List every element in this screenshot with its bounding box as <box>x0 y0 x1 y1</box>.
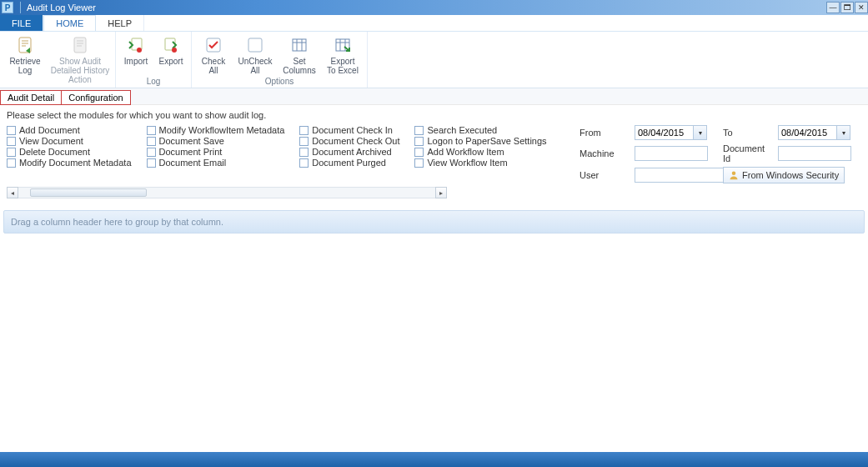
check-all-button[interactable]: Check All <box>197 33 230 76</box>
hscroll-right-button[interactable]: ▸ <box>435 187 447 198</box>
module-checkbox-label: Delete Document <box>19 147 90 157</box>
from-date-dropdown-icon[interactable]: ▾ <box>693 125 707 140</box>
grid-group-bar[interactable]: Drag a column header here to group by th… <box>3 210 865 234</box>
checkbox-box-icon[interactable] <box>7 148 16 157</box>
uncheck-all-label2: All <box>250 66 259 75</box>
maximize-button[interactable]: 🗖 <box>840 2 854 13</box>
hscroll-thumb[interactable] <box>30 188 147 197</box>
module-hscrollbar[interactable]: ◂ ▸ <box>7 187 447 198</box>
module-checkbox[interactable]: View Document <box>7 136 132 146</box>
module-checkbox[interactable]: View Workflow Item <box>414 158 546 168</box>
module-checkbox-label: Document Purged <box>312 158 386 168</box>
checkbox-box-icon[interactable] <box>7 126 16 135</box>
export-button[interactable]: Export <box>156 33 186 76</box>
checkbox-box-icon[interactable] <box>147 148 156 157</box>
module-checkbox[interactable]: Modify Document Metadata <box>7 158 132 168</box>
module-checkbox[interactable]: Document Archived <box>299 147 399 157</box>
checkbox-box-icon[interactable] <box>7 137 16 146</box>
minimize-button[interactable]: — <box>826 2 840 13</box>
checkbox-box-icon[interactable] <box>147 126 156 135</box>
title-bar: P Audit Log Viewer — 🗖 ✕ <box>0 0 868 15</box>
retrieve-log-icon <box>15 35 35 55</box>
module-checkbox[interactable]: Document Check Out <box>299 136 399 146</box>
module-checkbox-label: Logon to PaperSave Settings <box>427 136 546 146</box>
machine-input[interactable] <box>635 146 708 161</box>
module-checkbox[interactable]: Add Workflow Item <box>414 147 546 157</box>
module-checkbox[interactable]: Search Executed <box>414 125 546 135</box>
set-columns-button[interactable]: Set Columns <box>280 33 319 76</box>
ribbon-group-options: Check All UnCheck All Set Columns <box>192 32 368 88</box>
close-button[interactable]: ✕ <box>855 2 868 13</box>
checkbox-box-icon[interactable] <box>299 148 309 157</box>
to-label: To <box>723 128 773 138</box>
import-icon <box>126 35 146 55</box>
module-checkbox[interactable]: Add Document <box>7 125 132 135</box>
show-audit-label3: Action <box>68 75 92 84</box>
module-checkbox[interactable]: Document Save <box>147 136 285 146</box>
module-checkbox[interactable]: Modify WorkflowItem Metadata <box>147 125 285 135</box>
from-windows-security-label: From Windows Security <box>742 170 839 180</box>
module-checkbox-label: Add Document <box>19 125 80 135</box>
from-windows-security-button[interactable]: From Windows Security <box>723 167 845 183</box>
checkbox-box-icon[interactable] <box>414 126 424 135</box>
module-checkbox-label: Document Save <box>159 136 224 146</box>
retrieve-log-button[interactable]: Retrieve Log <box>5 33 45 85</box>
from-date-picker[interactable]: ▾ <box>635 125 718 140</box>
to-date-input[interactable] <box>778 125 836 140</box>
checkbox-box-icon[interactable] <box>147 137 156 146</box>
to-date-picker[interactable]: ▾ <box>778 125 861 140</box>
tab-audit-detail[interactable]: Audit Detail <box>0 90 62 105</box>
ribbon-group-actions-label <box>5 85 110 88</box>
uncheck-all-button[interactable]: UnCheck All <box>235 33 275 76</box>
ribbon-tab-file[interactable]: FILE <box>0 15 43 31</box>
import-label: Import <box>124 57 148 66</box>
window-title: Audit Log Viewer <box>27 3 96 13</box>
module-checkbox[interactable]: Document Email <box>147 158 285 168</box>
svg-point-3 <box>137 48 142 53</box>
filter-panel: Please select the modules for which you … <box>0 105 868 202</box>
export-label: Export <box>159 57 183 66</box>
module-checkbox[interactable]: Document Purged <box>299 158 399 168</box>
hscroll-left-button[interactable]: ◂ <box>7 187 18 198</box>
uncheck-all-icon <box>245 35 265 55</box>
module-checkbox-label: Search Executed <box>427 125 497 135</box>
subtabs: Audit Detail Configuration <box>0 88 868 105</box>
checkbox-box-icon[interactable] <box>299 126 309 135</box>
from-date-input[interactable] <box>635 125 693 140</box>
module-checkbox[interactable]: Document Print <box>147 147 285 157</box>
checkbox-box-icon[interactable] <box>147 158 156 168</box>
checkbox-box-icon[interactable] <box>7 158 16 168</box>
import-button[interactable]: Import <box>121 33 151 76</box>
ribbon-body: Retrieve Log Show Audit Detailed History… <box>0 32 868 88</box>
person-icon <box>729 170 739 180</box>
checkbox-box-icon[interactable] <box>299 137 309 146</box>
document-id-input[interactable] <box>778 146 851 161</box>
to-date-dropdown-icon[interactable]: ▾ <box>836 125 850 140</box>
grid-group-hint: Drag a column header here to group by th… <box>11 217 223 227</box>
module-checkbox[interactable]: Delete Document <box>7 147 132 157</box>
set-columns-icon <box>289 35 309 55</box>
qat-divider-icon <box>20 2 23 13</box>
set-columns-label1: Set <box>293 57 305 66</box>
user-label: User <box>580 170 630 180</box>
checkbox-box-icon[interactable] <box>299 158 309 168</box>
checkbox-box-icon[interactable] <box>414 137 424 146</box>
app-icon: P <box>2 2 13 13</box>
module-checkbox-label: Modify Document Metadata <box>19 158 132 168</box>
checkbox-box-icon[interactable] <box>414 148 424 157</box>
module-checkbox[interactable]: Document Check In <box>299 125 399 135</box>
show-audit-label2: Detailed History <box>51 66 110 75</box>
ribbon-tabs: FILE HOME HELP <box>0 15 868 32</box>
checkbox-box-icon[interactable] <box>414 158 424 168</box>
export-excel-button[interactable]: Export To Excel <box>324 33 362 76</box>
hscroll-track[interactable] <box>18 187 435 198</box>
ribbon-tab-home[interactable]: HOME <box>43 15 96 31</box>
tab-configuration[interactable]: Configuration <box>61 90 130 105</box>
show-audit-label1: Show Audit <box>59 57 101 66</box>
show-audit-icon <box>70 35 90 55</box>
module-checkbox[interactable]: Logon to PaperSave Settings <box>414 136 546 146</box>
svg-rect-7 <box>248 38 262 52</box>
ribbon-group-log: Import Export Log <box>116 32 192 88</box>
show-audit-button[interactable]: Show Audit Detailed History Action <box>50 33 110 85</box>
ribbon-tab-help[interactable]: HELP <box>96 15 144 31</box>
